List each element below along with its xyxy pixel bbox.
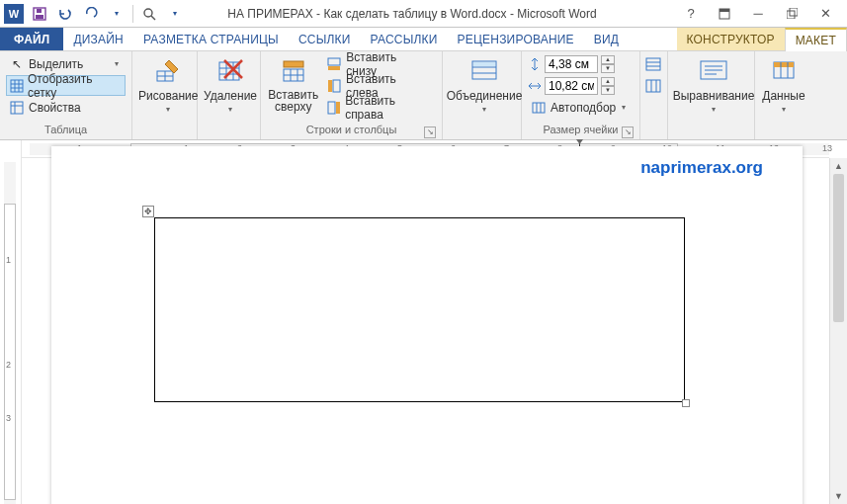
width-down[interactable]: ▼ xyxy=(601,86,615,95)
ribbon-tabs: ФАЙЛ ДИЗАЙН РАЗМЕТКА СТРАНИЦЫ ССЫЛКИ РАС… xyxy=(0,28,847,51)
properties-button[interactable]: Свойства xyxy=(6,97,126,118)
svg-rect-8 xyxy=(790,8,798,16)
tab-review[interactable]: РЕЦЕНЗИРОВАНИЕ xyxy=(448,28,584,50)
ribbon: ↖ Выделить ▾ Отобразить сетку Свойства Т… xyxy=(0,51,847,140)
save-button[interactable] xyxy=(28,3,51,25)
distribute-rows-icon xyxy=(645,56,661,72)
draw-label: Рисование xyxy=(138,89,198,103)
distribute-cols-icon xyxy=(645,78,661,94)
draw-table-button[interactable]: Рисование▾ xyxy=(138,53,198,114)
cellsize-launcher[interactable]: ↘ xyxy=(622,126,634,138)
align-label: Выравнивание xyxy=(673,89,755,103)
tab-file[interactable]: ФАЙЛ xyxy=(0,28,63,50)
insert-above-label: Вставить сверху xyxy=(267,89,320,113)
watermark: naprimerax.org xyxy=(640,158,763,178)
tab-table-layout[interactable]: МАКЕТ xyxy=(785,28,847,51)
svg-rect-36 xyxy=(328,102,335,114)
svg-rect-58 xyxy=(774,62,794,67)
tab-page-layout[interactable]: РАЗМЕТКА СТРАНИЦЫ xyxy=(133,28,289,50)
undo-button[interactable] xyxy=(53,3,77,25)
svg-rect-6 xyxy=(720,9,729,12)
page: naprimerax.org ✥ xyxy=(51,146,803,504)
table-resize-handle[interactable] xyxy=(682,399,690,407)
insert-above-icon xyxy=(278,55,309,87)
tab-mailings[interactable]: РАССЫЛКИ xyxy=(361,28,448,50)
svg-rect-31 xyxy=(284,61,303,67)
alignment-button[interactable]: Выравнивание▾ xyxy=(674,53,753,114)
col-width-icon xyxy=(528,79,542,93)
insert-right-button[interactable]: Вставить справа xyxy=(324,97,436,118)
minimize-button[interactable]: ─ xyxy=(744,3,772,25)
height-down[interactable]: ▼ xyxy=(601,64,615,73)
pencil-icon xyxy=(152,55,184,87)
insert-above-button[interactable]: Вставить сверху xyxy=(267,53,320,113)
document-canvas[interactable]: naprimerax.org ✥ xyxy=(22,140,829,504)
svg-rect-47 xyxy=(646,58,660,70)
svg-rect-32 xyxy=(328,58,340,65)
vertical-ruler[interactable]: 1 2 3 xyxy=(0,140,22,504)
close-button[interactable]: ✕ xyxy=(811,3,839,25)
autofit-button[interactable]: Автоподбор ▾ xyxy=(528,97,634,118)
data-label: Данные xyxy=(762,89,805,103)
delete-label: Удаление xyxy=(204,89,257,103)
align-icon xyxy=(698,55,729,87)
distribute-rows-button[interactable] xyxy=(642,53,664,74)
tab-references[interactable]: ССЫЛКИ xyxy=(289,28,361,50)
word-app-icon: W xyxy=(4,4,24,24)
svg-rect-34 xyxy=(333,80,340,92)
svg-rect-1 xyxy=(36,15,43,19)
tab-view[interactable]: ВИД xyxy=(584,28,629,50)
table-move-handle[interactable]: ✥ xyxy=(142,206,154,217)
table-cell[interactable] xyxy=(154,217,685,402)
vertical-scrollbar[interactable]: ▲ ▼ xyxy=(829,158,847,504)
restore-button[interactable] xyxy=(778,3,805,25)
help-button[interactable]: ? xyxy=(677,3,705,25)
svg-line-4 xyxy=(151,16,155,20)
merge-button[interactable]: Объединение▾ xyxy=(449,53,520,114)
ribbon-display-button[interactable] xyxy=(711,3,738,25)
tab-design[interactable]: ДИЗАЙН xyxy=(63,28,133,50)
svg-rect-41 xyxy=(473,62,495,66)
distribute-cols-button[interactable] xyxy=(642,75,664,96)
quick-access-toolbar: ▾ ▾ xyxy=(28,3,187,25)
svg-point-3 xyxy=(144,9,152,17)
insert-left-icon xyxy=(327,78,342,94)
group-table-label: Таблица xyxy=(44,124,87,135)
qat-customize-button[interactable]: ▾ xyxy=(105,3,128,25)
svg-rect-35 xyxy=(328,80,332,92)
scroll-down[interactable]: ▼ xyxy=(830,488,847,504)
svg-rect-44 xyxy=(533,103,545,113)
autofit-icon xyxy=(531,100,547,116)
properties-icon xyxy=(9,100,25,116)
tab-table-design[interactable]: КОНСТРУКТОР xyxy=(677,28,785,50)
data-button[interactable]: Данные▾ xyxy=(761,53,806,114)
scroll-thumb[interactable] xyxy=(833,174,844,322)
width-up[interactable]: ▲ xyxy=(601,77,615,86)
svg-rect-33 xyxy=(328,66,340,70)
svg-rect-9 xyxy=(11,80,23,92)
row-height-input[interactable] xyxy=(545,55,598,73)
view-gridlines-button[interactable]: Отобразить сетку xyxy=(6,75,126,96)
redo-button[interactable] xyxy=(79,3,103,25)
insert-right-label: Вставить справа xyxy=(345,94,429,122)
scroll-up[interactable]: ▲ xyxy=(830,158,847,174)
merge-icon xyxy=(468,55,500,87)
select-label: Выделить xyxy=(29,57,83,71)
title-bar: W ▾ ▾ НА ПРИМЕРАХ - Как сделать таблицу … xyxy=(0,0,847,28)
group-cellsize-label: Размер ячейки xyxy=(544,124,619,135)
delete-table-icon xyxy=(214,55,246,87)
cursor-icon: ↖ xyxy=(9,56,25,72)
merge-label: Объединение xyxy=(447,89,523,103)
insert-below-icon xyxy=(327,56,343,72)
group-rowscols-label: Строки и столбцы xyxy=(306,124,397,135)
grid-icon xyxy=(9,78,24,94)
rowscols-launcher[interactable]: ↘ xyxy=(424,126,436,138)
delete-button[interactable]: Удаление▾ xyxy=(204,53,257,114)
svg-rect-2 xyxy=(37,9,42,13)
autofit-label: Автоподбор xyxy=(551,101,616,115)
gridlines-label: Отобразить сетку xyxy=(28,72,119,100)
col-width-input[interactable] xyxy=(545,77,598,95)
height-up[interactable]: ▲ xyxy=(601,55,615,64)
qat-more-button[interactable]: ▾ xyxy=(163,3,187,25)
print-preview-button[interactable] xyxy=(137,3,161,25)
